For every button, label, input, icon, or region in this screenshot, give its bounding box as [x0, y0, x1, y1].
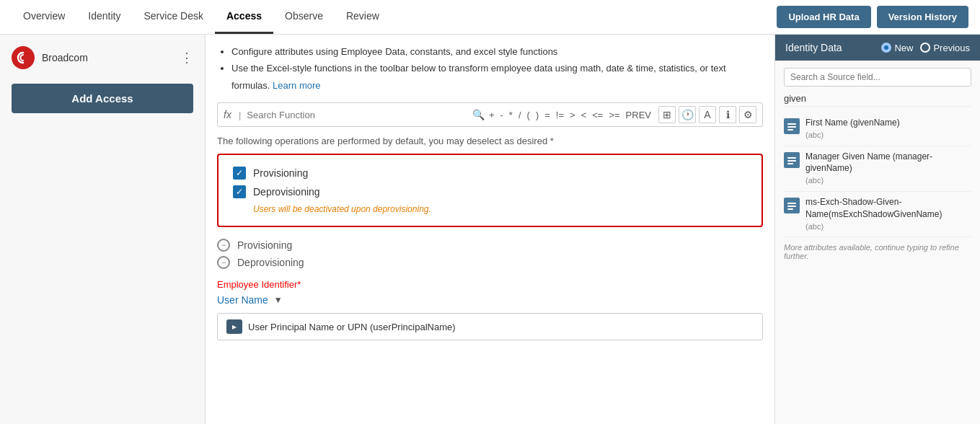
nav-items: Overview Identity Service Desk Access Ob…: [12, 0, 777, 34]
nav-item-review[interactable]: Review: [335, 0, 391, 34]
svg-rect-2: [787, 129, 793, 131]
nav-item-observe[interactable]: Observe: [273, 0, 335, 34]
nav-item-access[interactable]: Access: [215, 0, 273, 34]
grid-icon[interactable]: ⊞: [658, 106, 676, 123]
field-icon-2: [784, 152, 800, 168]
info-bullets: Configure attributes using Employee Data…: [217, 43, 763, 94]
operations-label: The following operations are performed b…: [217, 136, 763, 146]
employee-identifier-value: User Name: [217, 294, 268, 306]
op-lte[interactable]: <=: [592, 110, 603, 120]
op-multiply[interactable]: *: [509, 110, 513, 120]
sidebar-more-icon[interactable]: ⋮: [180, 50, 193, 66]
field-icon-1: [784, 118, 800, 134]
employee-identifier-section: Employee Identifier* User Name ▼: [217, 279, 763, 306]
settings-icon[interactable]: ⚙: [739, 106, 756, 123]
employee-identifier-select[interactable]: User Name ▼: [217, 294, 763, 306]
radio-group: New Previous: [881, 43, 970, 53]
svg-rect-3: [787, 157, 796, 159]
op-not-equals[interactable]: !=: [556, 110, 564, 120]
logo-text: Broadcom: [42, 52, 88, 63]
field-icon-3: [784, 198, 800, 213]
info-bullet-1: Configure attributes using Employee Data…: [231, 43, 763, 60]
sidebar-logo: Broadcom ⋮: [12, 46, 193, 69]
main-layout: Broadcom ⋮ Add Access Configure attribut…: [0, 35, 980, 424]
info-icon[interactable]: ℹ: [719, 106, 736, 123]
check-icon: ✓: [236, 168, 243, 178]
token-input-container[interactable]: ▸ User Principal Name or UPN (userPrinci…: [217, 313, 763, 340]
deprovisioning-label: Deprovisioning: [253, 186, 320, 198]
provisioning-label: Provisioning: [253, 167, 308, 179]
source-search-input[interactable]: [784, 68, 971, 87]
right-panel-header: Identity Data New Previous: [775, 35, 980, 61]
op-open-paren[interactable]: (: [527, 110, 530, 120]
version-history-button[interactable]: Version History: [877, 6, 968, 28]
add-access-button[interactable]: Add Access: [12, 84, 193, 113]
svg-rect-6: [787, 203, 796, 204]
search-function-button[interactable]: 🔍: [472, 109, 485, 120]
identity-data-title: Identity Data: [785, 42, 842, 53]
radio-new-label: New: [894, 43, 913, 53]
op-greater[interactable]: >: [570, 110, 575, 120]
op-prev[interactable]: PREV: [626, 110, 651, 120]
op-less[interactable]: <: [581, 110, 587, 120]
op-equals[interactable]: =: [544, 110, 550, 120]
svg-rect-7: [787, 206, 796, 207]
info-bullet-2: Use the Excel-style functions in the too…: [231, 60, 763, 94]
upload-hr-data-button[interactable]: Upload HR Data: [777, 6, 870, 28]
radio-previous-label: Previous: [933, 43, 970, 53]
radio-new[interactable]: New: [881, 43, 913, 53]
deprovisioning-checkbox-row: ✓ Deprovisioning: [233, 185, 747, 198]
identity-item-text-3: ms-Exch-Shadow-Given-Name(msExchShadowGi…: [805, 196, 971, 232]
required-star: *: [297, 279, 301, 290]
svg-rect-0: [787, 123, 796, 125]
identity-item-firstname[interactable]: First Name (givenName) (abc): [784, 112, 971, 146]
provisioning-circle-icon[interactable]: −: [217, 239, 230, 252]
text-icon[interactable]: A: [699, 106, 716, 123]
formula-icon-group: ⊞ 🕐 A ℹ ⚙: [658, 106, 756, 123]
learn-more-link[interactable]: Learn more: [273, 80, 320, 91]
provisioning-circle-label: Provisioning: [237, 239, 292, 251]
op-close-paren[interactable]: ): [536, 110, 539, 120]
op-gte[interactable]: >=: [609, 110, 619, 120]
radio-previous-circle: [920, 43, 930, 53]
radio-new-dot: [884, 45, 888, 50]
broadcom-logo-icon: [12, 46, 35, 69]
deprovisioning-checkbox[interactable]: ✓: [233, 185, 246, 198]
nav-item-overview[interactable]: Overview: [12, 0, 76, 34]
deprovisioning-note: Users will be deactivated upon deprovisi…: [253, 204, 747, 214]
nav-item-identity[interactable]: Identity: [76, 0, 132, 34]
chevron-down-icon: ▼: [274, 295, 283, 305]
nav-item-servicedesk[interactable]: Service Desk: [133, 0, 215, 34]
nav-right: Upload HR Data Version History: [777, 6, 968, 28]
op-divide[interactable]: /: [518, 110, 521, 120]
svg-rect-4: [787, 160, 796, 162]
svg-rect-5: [787, 163, 793, 164]
provisioning-checkbox-row: ✓ Provisioning: [233, 167, 747, 180]
fx-label: fx: [224, 109, 231, 120]
identity-item-manager[interactable]: Manager Given Name (manager-givenName) (…: [784, 146, 971, 192]
provisioning-checkbox[interactable]: ✓: [233, 167, 246, 180]
radio-new-circle: [881, 43, 891, 53]
formula-bar: fx | 🔍 + - * / ( ) = != > < <= >= PREV ⊞: [217, 102, 763, 127]
employee-identifier-label: Employee Identifier*: [217, 279, 763, 290]
formula-separator: |: [239, 110, 241, 120]
clock-icon[interactable]: 🕐: [679, 106, 696, 123]
token-text: User Principal Name or UPN (userPrincipa…: [248, 322, 456, 332]
check-icon-2: ✓: [236, 187, 243, 197]
source-search-value: given: [784, 91, 971, 107]
identity-item-msexch[interactable]: ms-Exch-Shadow-Given-Name(msExchShadowGi…: [784, 192, 971, 237]
token-tag: ▸: [226, 319, 242, 334]
token-arrow-icon: ▸: [232, 322, 237, 332]
deprovisioning-circle-row: − Deprovisioning: [217, 256, 763, 269]
radio-previous[interactable]: Previous: [920, 43, 970, 53]
op-plus[interactable]: +: [489, 110, 495, 120]
right-panel-body: given First Name (givenName) (abc) Manag…: [775, 61, 980, 424]
deprovisioning-circle-label: Deprovisioning: [237, 257, 304, 268]
more-attributes-text: More attributes available, continue typi…: [784, 237, 971, 266]
op-minus[interactable]: -: [500, 110, 503, 120]
sidebar: Broadcom ⋮ Add Access: [0, 35, 206, 424]
svg-rect-1: [787, 126, 796, 128]
deprovisioning-circle-icon[interactable]: −: [217, 256, 230, 269]
search-function-input[interactable]: [247, 110, 468, 120]
svg-rect-8: [787, 208, 793, 210]
